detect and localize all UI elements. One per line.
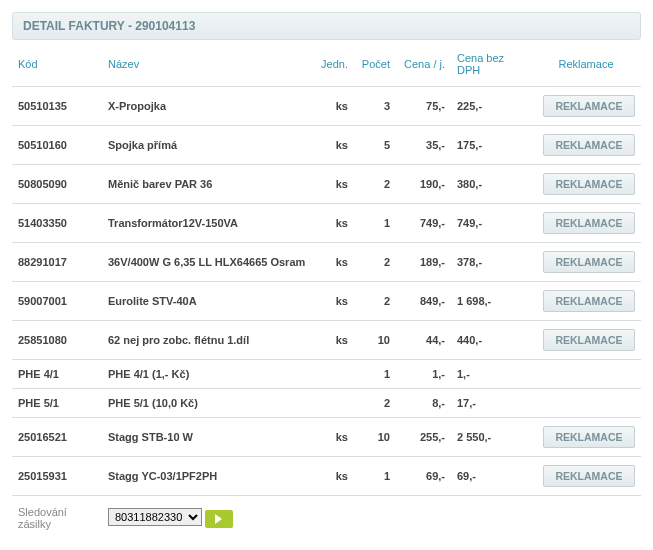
cell-reklamace: REKLAMACE: [531, 457, 641, 496]
cell-nazev: 36V/400W G 6,35 LL HLX64665 Osram: [102, 243, 312, 282]
cell-jedn: ks: [312, 457, 354, 496]
cell-pocet: 1: [354, 360, 396, 389]
cell-cenaj: 190,-: [396, 165, 451, 204]
table-row: 59007001Eurolite STV-40Aks2849,-1 698,-R…: [12, 282, 641, 321]
table-row: 2585108062 nej pro zobc. flétnu 1.dílks1…: [12, 321, 641, 360]
cell-cenabez: 175,-: [451, 126, 531, 165]
header-prefix: DETAIL FAKTURY: [23, 19, 125, 33]
cell-nazev: PHE 5/1 (10,0 Kč): [102, 389, 312, 418]
header-invoice-no: 290104113: [135, 19, 195, 33]
cell-kod: 51403350: [12, 204, 102, 243]
tracking-go-button[interactable]: [205, 510, 233, 528]
cell-cenaj: 749,-: [396, 204, 451, 243]
col-kod[interactable]: Kód: [12, 46, 102, 87]
table-row: 51403350Transformátor12V-150VAks1749,-74…: [12, 204, 641, 243]
cell-kod: 50510135: [12, 87, 102, 126]
cell-reklamace: REKLAMACE: [531, 126, 641, 165]
cell-cenabez: 380,-: [451, 165, 531, 204]
cell-jedn: [312, 389, 354, 418]
col-cenabez[interactable]: Cena bez DPH: [451, 46, 531, 87]
cell-nazev: Stagg STB-10 W: [102, 418, 312, 457]
table-row: 50510135X-Propojkaks375,-225,-REKLAMACE: [12, 87, 641, 126]
reklamace-button[interactable]: REKLAMACE: [543, 426, 635, 448]
cell-nazev: PHE 4/1 (1,- Kč): [102, 360, 312, 389]
table-row: PHE 4/1PHE 4/1 (1,- Kč)11,-1,-: [12, 360, 641, 389]
cell-nazev: Měnič barev PAR 36: [102, 165, 312, 204]
cell-nazev: 62 nej pro zobc. flétnu 1.díl: [102, 321, 312, 360]
cell-reklamace: [531, 360, 641, 389]
reklamace-button[interactable]: REKLAMACE: [543, 465, 635, 487]
cell-kod: 25851080: [12, 321, 102, 360]
cell-jedn: ks: [312, 126, 354, 165]
cell-nazev: Spojka přímá: [102, 126, 312, 165]
cell-nazev: X-Propojka: [102, 87, 312, 126]
cell-jedn: ks: [312, 418, 354, 457]
table-row: 8829101736V/400W G 6,35 LL HLX64665 Osra…: [12, 243, 641, 282]
cell-cenabez: 1 698,-: [451, 282, 531, 321]
cell-jedn: ks: [312, 204, 354, 243]
invoice-lines-table: Kód Název Jedn. Počet Cena / j. Cena bez…: [12, 46, 641, 538]
cell-kod: 88291017: [12, 243, 102, 282]
cell-reklamace: REKLAMACE: [531, 243, 641, 282]
cell-nazev: Transformátor12V-150VA: [102, 204, 312, 243]
table-row: PHE 5/1PHE 5/1 (10,0 Kč)28,-17,-: [12, 389, 641, 418]
cell-cenabez: 749,-: [451, 204, 531, 243]
cell-kod: 50510160: [12, 126, 102, 165]
cell-cenabez: 440,-: [451, 321, 531, 360]
cell-cenaj: 69,-: [396, 457, 451, 496]
cell-pocet: 2: [354, 282, 396, 321]
cell-jedn: ks: [312, 321, 354, 360]
col-cenaj[interactable]: Cena / j.: [396, 46, 451, 87]
col-pocet[interactable]: Počet: [354, 46, 396, 87]
cell-jedn: ks: [312, 165, 354, 204]
cell-cenaj: 255,-: [396, 418, 451, 457]
table-row: 25016521Stagg STB-10 Wks10255,-2 550,-RE…: [12, 418, 641, 457]
cell-reklamace: [531, 389, 641, 418]
cell-cenabez: 17,-: [451, 389, 531, 418]
cell-pocet: 10: [354, 418, 396, 457]
col-reklamace: Reklamace: [531, 46, 641, 87]
reklamace-button[interactable]: REKLAMACE: [543, 173, 635, 195]
reklamace-button[interactable]: REKLAMACE: [543, 134, 635, 156]
col-jedn[interactable]: Jedn.: [312, 46, 354, 87]
cell-pocet: 2: [354, 243, 396, 282]
invoice-detail-header: DETAIL FAKTURY - 290104113: [12, 12, 641, 40]
cell-jedn: ks: [312, 243, 354, 282]
cell-cenaj: 849,-: [396, 282, 451, 321]
cell-cenaj: 75,-: [396, 87, 451, 126]
cell-cenaj: 44,-: [396, 321, 451, 360]
table-row: 25015931Stagg YC-03/1PF2PHks169,-69,-REK…: [12, 457, 641, 496]
tracking-select[interactable]: 80311882330: [108, 508, 202, 526]
cell-cenaj: 189,-: [396, 243, 451, 282]
cell-pocet: 2: [354, 165, 396, 204]
cell-pocet: 1: [354, 457, 396, 496]
cell-pocet: 10: [354, 321, 396, 360]
cell-kod: 50805090: [12, 165, 102, 204]
reklamace-button[interactable]: REKLAMACE: [543, 95, 635, 117]
cell-cenabez: 225,-: [451, 87, 531, 126]
reklamace-button[interactable]: REKLAMACE: [543, 290, 635, 312]
cell-reklamace: REKLAMACE: [531, 165, 641, 204]
cell-reklamace: REKLAMACE: [531, 418, 641, 457]
cell-cenaj: 35,-: [396, 126, 451, 165]
cell-pocet: 5: [354, 126, 396, 165]
cell-reklamace: REKLAMACE: [531, 282, 641, 321]
cell-pocet: 3: [354, 87, 396, 126]
reklamace-button[interactable]: REKLAMACE: [543, 212, 635, 234]
cell-reklamace: REKLAMACE: [531, 87, 641, 126]
cell-kod: 25016521: [12, 418, 102, 457]
table-row: 50805090Měnič barev PAR 36ks2190,-380,-R…: [12, 165, 641, 204]
cell-cenaj: 8,-: [396, 389, 451, 418]
cell-cenabez: 2 550,-: [451, 418, 531, 457]
cell-kod: 59007001: [12, 282, 102, 321]
cell-jedn: [312, 360, 354, 389]
reklamace-button[interactable]: REKLAMACE: [543, 251, 635, 273]
cell-cenabez: 69,-: [451, 457, 531, 496]
cell-kod: 25015931: [12, 457, 102, 496]
cell-reklamace: REKLAMACE: [531, 321, 641, 360]
reklamace-button[interactable]: REKLAMACE: [543, 329, 635, 351]
cell-pocet: 2: [354, 389, 396, 418]
col-nazev[interactable]: Název: [102, 46, 312, 87]
cell-kod: PHE 4/1: [12, 360, 102, 389]
tracking-label: Sledování zásilky: [12, 496, 102, 539]
